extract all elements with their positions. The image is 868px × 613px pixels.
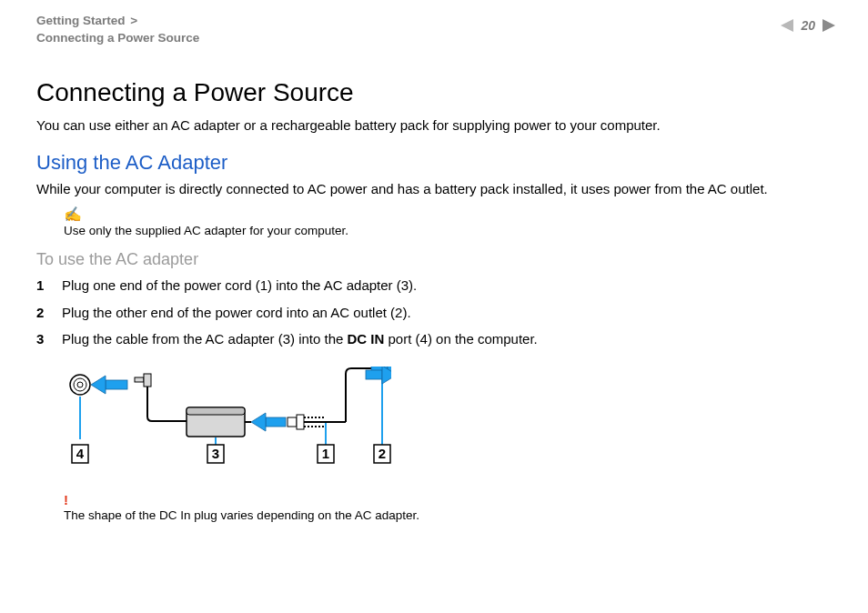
note-text: Use only the supplied AC adapter for you… (64, 224, 832, 237)
page-title: Connecting a Power Source (36, 78, 832, 107)
next-page-icon[interactable] (823, 19, 835, 32)
svg-rect-9 (144, 374, 151, 387)
prev-page-icon[interactable] (781, 19, 793, 32)
step-text: Plug the other end of the power cord int… (62, 304, 411, 322)
svg-rect-12 (266, 417, 286, 427)
page-nav: 20 (781, 18, 835, 33)
breadcrumb-separator: > (128, 14, 137, 27)
step-number: 3 (36, 330, 62, 348)
dc-in-label: DC IN (348, 331, 385, 347)
step-number: 2 (36, 304, 62, 322)
note-block: ✍ Use only the supplied AC adapter for y… (64, 207, 832, 237)
svg-marker-1 (823, 19, 835, 32)
intro-paragraph: You can use either an AC adapter or a re… (36, 116, 832, 135)
ac-adapter-diagram: 4 3 1 2 (64, 367, 832, 479)
section-heading: Using the AC Adapter (36, 151, 832, 175)
svg-marker-6 (91, 376, 106, 394)
section-body: While your computer is directly connecte… (36, 180, 832, 198)
svg-rect-5 (106, 380, 127, 389)
exclamation-icon: ! (64, 492, 832, 507)
svg-rect-16 (288, 417, 297, 427)
diagram-label-2: 2 (378, 446, 386, 461)
svg-rect-33 (366, 370, 382, 379)
svg-point-2 (70, 375, 90, 395)
page-number: 20 (801, 18, 815, 33)
step-number: 1 (36, 276, 62, 295)
step-text: Plug one end of the power cord (1) into … (62, 276, 417, 295)
svg-rect-8 (135, 377, 144, 382)
warning-block: ! The shape of the DC In plug varies dep… (64, 492, 832, 522)
list-item: 3 Plug the cable from the AC adapter (3)… (36, 330, 832, 348)
step-text: Plug the cable from the AC adapter (3) i… (62, 330, 538, 348)
steps-list: 1 Plug one end of the power cord (1) int… (36, 276, 832, 348)
list-item: 2 Plug the other end of the power cord i… (36, 304, 832, 322)
subsection-heading: To use the AC adapter (36, 250, 832, 269)
pencil-icon: ✍ (64, 207, 832, 222)
diagram-label-1: 1 (322, 446, 329, 461)
breadcrumb-page: Connecting a Power Source (36, 31, 199, 45)
svg-rect-11 (187, 407, 245, 415)
breadcrumb: Getting Started > Connecting a Power Sou… (36, 13, 832, 47)
warning-text: The shape of the DC In plug varies depen… (64, 508, 832, 522)
svg-marker-0 (781, 19, 793, 32)
breadcrumb-section: Getting Started (36, 14, 126, 27)
svg-marker-13 (251, 413, 266, 431)
list-item: 1 Plug one end of the power cord (1) int… (36, 276, 832, 295)
diagram-label-4: 4 (76, 446, 85, 461)
diagram-label-3: 3 (212, 446, 219, 461)
svg-rect-17 (297, 415, 304, 429)
